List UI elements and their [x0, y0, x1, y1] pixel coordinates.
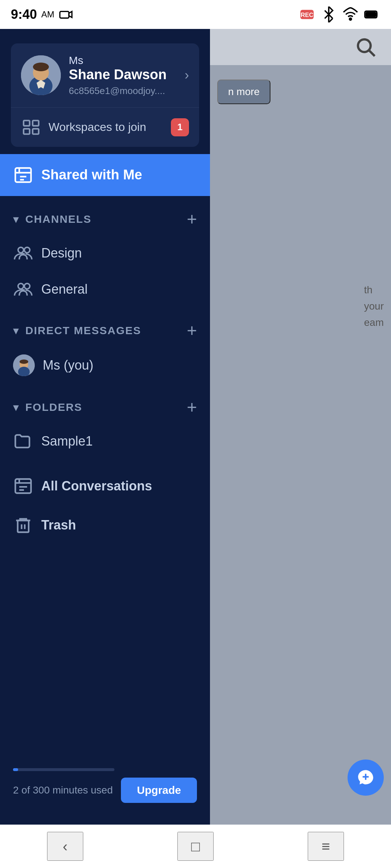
back-icon: ‹ [63, 838, 67, 855]
home-button[interactable]: □ [177, 832, 214, 861]
channel-users-icon [13, 243, 33, 263]
menu-icon: ≡ [321, 838, 330, 855]
shared-list-icon [14, 166, 33, 184]
trash-icon [13, 515, 33, 535]
fab-button[interactable] [348, 760, 384, 796]
profile-prefix: Ms [69, 54, 177, 67]
home-icon: □ [191, 838, 200, 855]
battery-icon [364, 7, 380, 22]
menu-button[interactable]: ≡ [308, 832, 344, 861]
context-line2: your [364, 301, 384, 312]
folders-add-button[interactable]: + [187, 399, 197, 416]
channels-add-button[interactable]: + [187, 210, 197, 228]
profile-text: Ms Shane Dawson 6c8565e1@moodjoy.... [69, 54, 177, 97]
svg-rect-14 [33, 129, 39, 134]
profile-email: 6c8565e1@moodjoy.... [69, 85, 177, 97]
usage-footer: 2 of 300 minutes used Upgrade [13, 778, 197, 803]
dm-chevron-icon[interactable]: ▾ [13, 324, 19, 337]
right-context-text: th your eam [364, 282, 384, 331]
folders-chevron-icon[interactable]: ▾ [13, 400, 19, 414]
svg-rect-6 [366, 13, 376, 17]
svg-point-10 [33, 63, 49, 71]
channel-general-icon [13, 279, 33, 299]
folders-title: FOLDERS [25, 401, 180, 413]
folder-sample1-item[interactable]: Sample1 [0, 423, 210, 459]
shared-icon [13, 165, 33, 185]
all-conversations-label: All Conversations [41, 478, 152, 494]
workspaces-badge: 1 [171, 118, 189, 136]
dm-avatar-image [13, 354, 35, 376]
svg-point-23 [24, 283, 30, 289]
wifi-icon [342, 7, 358, 22]
context-line3: eam [364, 317, 384, 328]
trash-item[interactable]: Trash [0, 506, 210, 545]
folders-header: ▾ FOLDERS + [0, 384, 210, 423]
svg-point-36 [358, 39, 371, 52]
svg-rect-12 [33, 120, 39, 126]
all-conversations-icon [13, 476, 33, 496]
shared-with-me-item[interactable]: Shared with Me [0, 154, 210, 196]
group2-icon [14, 280, 33, 299]
bluetooth-icon [321, 7, 337, 22]
workspaces-row[interactable]: Workspaces to join 1 [11, 108, 199, 147]
svg-point-22 [18, 283, 24, 289]
upgrade-button[interactable]: Upgrade [121, 778, 197, 803]
svg-marker-1 [69, 12, 72, 18]
dm-self-avatar [13, 354, 35, 376]
channels-header: ▾ CHANNELS + [0, 196, 210, 235]
svg-rect-33 [18, 520, 29, 532]
trash-label: Trash [41, 518, 76, 533]
svg-rect-13 [24, 129, 30, 134]
channels-title: CHANNELS [25, 213, 180, 225]
channel-design-label: Design [41, 246, 82, 261]
fab-icon [357, 769, 375, 787]
avatar-image [21, 55, 61, 95]
dm-self-label: Ms (you) [43, 358, 93, 373]
group-icon [14, 244, 33, 263]
search-icon [355, 36, 377, 58]
status-time: 9:40 AM [11, 7, 73, 22]
svg-point-21 [24, 247, 30, 252]
svg-line-37 [369, 51, 375, 56]
folder-icon [13, 431, 33, 451]
camera-icon [59, 7, 73, 22]
profile-info[interactable]: Ms Shane Dawson 6c8565e1@moodjoy.... › [11, 43, 199, 108]
svg-point-26 [20, 359, 28, 364]
profile-chevron-icon[interactable]: › [185, 68, 189, 83]
record-icon: REC [299, 7, 315, 22]
time-text: 9:40 [11, 7, 37, 22]
workspaces-icon [21, 117, 41, 137]
conversations-svg-icon [14, 477, 33, 495]
workspace-grid-icon [22, 118, 40, 136]
dm-self-item[interactable]: Ms (you) [0, 346, 210, 384]
usage-text: 2 of 300 minutes used [13, 784, 113, 796]
folder-svg-icon [14, 432, 33, 451]
right-content: n more [210, 65, 391, 868]
svg-rect-11 [24, 120, 30, 126]
main-layout: Ms Shane Dawson 6c8565e1@moodjoy.... › W… [0, 29, 391, 868]
search-button[interactable] [351, 33, 380, 61]
profile-name: Shane Dawson [69, 67, 177, 83]
sidebar: Ms Shane Dawson 6c8565e1@moodjoy.... › W… [0, 29, 210, 868]
channel-design-item[interactable]: Design [0, 235, 210, 271]
all-conversations-item[interactable]: All Conversations [0, 467, 210, 506]
usage-section: 2 of 300 minutes used Upgrade [0, 768, 210, 810]
svg-rect-0 [60, 12, 69, 18]
channels-chevron-icon[interactable]: ▾ [13, 212, 19, 226]
right-top-bar [210, 29, 391, 65]
ampm-text: AM [41, 9, 54, 20]
workspaces-label: Workspaces to join [49, 120, 164, 134]
dm-add-button[interactable]: + [187, 322, 197, 339]
navigation-bar: ‹ □ ≡ [0, 825, 391, 868]
more-button[interactable]: n more [217, 80, 270, 104]
trash-svg-icon [14, 516, 33, 535]
svg-point-4 [349, 18, 352, 20]
usage-bar-fill [13, 768, 18, 771]
back-button[interactable]: ‹ [47, 832, 83, 861]
right-panel: n more th your eam [210, 29, 391, 868]
profile-card[interactable]: Ms Shane Dawson 6c8565e1@moodjoy.... › W… [11, 43, 199, 147]
dm-title: DIRECT MESSAGES [25, 324, 180, 337]
channel-general-item[interactable]: General [0, 271, 210, 307]
shared-with-me-label: Shared with Me [41, 167, 142, 183]
status-bar: 9:40 AM REC [0, 0, 391, 29]
